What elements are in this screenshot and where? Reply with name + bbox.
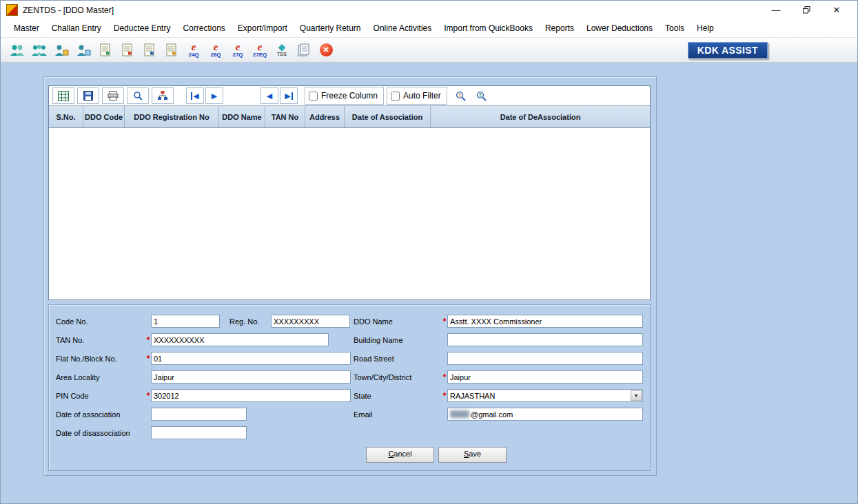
nav-prev-button[interactable]: ◀ xyxy=(261,87,278,104)
town-city-district-field[interactable] xyxy=(447,370,643,384)
form-doc-icon-1[interactable] xyxy=(96,40,115,61)
menu-item-online-activities[interactable]: Online Activities xyxy=(367,21,438,36)
form-doc-icon-3[interactable] xyxy=(140,40,159,61)
ddo-name-field[interactable] xyxy=(447,315,643,328)
auto-filter-checkbox[interactable]: Auto Filter xyxy=(387,87,447,105)
area-locality-field[interactable] xyxy=(151,370,351,384)
menu-item-import-quickbooks[interactable]: Import from QuickBooks xyxy=(438,21,539,36)
e-return-27q-icon[interactable]: e27Q xyxy=(228,40,247,61)
freeze-column-box[interactable] xyxy=(309,92,318,101)
main-toolbar: e24Q e26Q e27Q e27EQ ◆TDS ✕ KDK ASSIST xyxy=(1,37,857,63)
date-of-association-row: Date of association xyxy=(56,408,351,421)
tan-no-label: TAN No. xyxy=(56,336,145,344)
email-field[interactable]: @gmail.com xyxy=(447,408,643,421)
road-street-label: Road Street xyxy=(354,355,442,363)
header-date-of-deassociation[interactable]: Date of DeAssociation xyxy=(431,106,650,127)
menu-item-lower-deductions[interactable]: Lower Deductions xyxy=(580,21,659,36)
person-card-icon-1[interactable] xyxy=(52,40,71,61)
code-no-field[interactable] xyxy=(151,315,220,328)
pin-code-field[interactable] xyxy=(151,389,351,402)
exit-icon[interactable]: ✕ xyxy=(316,40,336,61)
form-doc-icon-4[interactable] xyxy=(162,40,181,61)
cancel-button[interactable]: Cancel xyxy=(366,447,434,463)
header-tan-no[interactable]: TAN No xyxy=(265,106,305,127)
header-address[interactable]: Address xyxy=(305,106,345,127)
close-button[interactable]: ✕ xyxy=(821,1,852,19)
menu-item-help[interactable]: Help xyxy=(691,21,720,36)
nav-last-button[interactable]: ▶ xyxy=(280,87,298,104)
restore-icon xyxy=(803,6,810,14)
ddo-name-required-marker: * xyxy=(442,317,447,326)
tan-no-field[interactable] xyxy=(151,333,329,346)
e-return-26q-icon[interactable]: e26Q xyxy=(206,40,225,61)
save-button[interactable]: Save xyxy=(438,447,507,463)
search-person-button-2[interactable] xyxy=(473,88,491,103)
e-return-27eq-icon[interactable]: e27EQ xyxy=(250,40,269,61)
date-of-association-label: Date of association xyxy=(56,410,145,419)
window-controls: — ✕ xyxy=(761,1,852,19)
tan-no-row: TAN No. * xyxy=(56,333,351,346)
menu-item-deductee-entry[interactable]: Deductee Entry xyxy=(108,21,177,36)
freeze-column-label: Freeze Column xyxy=(321,91,378,101)
print-button[interactable] xyxy=(102,87,124,104)
org-chart-icon xyxy=(158,91,167,101)
header-ddo-registration-no[interactable]: DDO Registration No xyxy=(125,106,219,127)
menu-item-export-import[interactable]: Export/Import xyxy=(232,21,294,36)
person-card-icon-2[interactable] xyxy=(74,40,93,61)
form-left-column: Code No. Reg. No. TAN No. * Flat No./Blo… xyxy=(56,315,351,445)
reg-no-field[interactable] xyxy=(271,315,350,328)
date-of-disassociation-field[interactable] xyxy=(151,426,247,439)
search-person-button-1[interactable] xyxy=(453,88,471,103)
form-doc-icon-2[interactable] xyxy=(118,40,137,61)
nav-next-button[interactable]: ▶ xyxy=(205,87,223,104)
grid-body[interactable] xyxy=(49,128,650,300)
flat-no-label: Flat No./Block No. xyxy=(56,355,145,363)
reg-no-label: Reg. No. xyxy=(229,317,265,326)
menu-item-challan-entry[interactable]: Challan Entry xyxy=(45,21,108,36)
content-area: ◀ ▶ ◀ ▶ Freeze Column Auto Filter xyxy=(1,63,857,503)
auto-filter-label: Auto Filter xyxy=(403,91,441,101)
people-pair-icon[interactable] xyxy=(8,40,27,61)
kdk-assist-button[interactable]: KDK ASSIST xyxy=(688,42,768,59)
code-no-row: Code No. Reg. No. xyxy=(56,315,351,328)
menu-item-quarterly-return[interactable]: Quarterly Return xyxy=(294,21,367,36)
export-excel-button[interactable] xyxy=(52,87,74,104)
date-of-association-field[interactable] xyxy=(151,408,247,421)
auto-filter-box[interactable] xyxy=(391,92,400,101)
header-date-of-association[interactable]: Date of Association xyxy=(345,106,431,127)
zoom-button[interactable] xyxy=(127,87,149,104)
header-ddo-code[interactable]: DDO Code xyxy=(83,106,125,127)
e-return-24q-icon[interactable]: e24Q xyxy=(184,40,203,61)
magnifier-icon xyxy=(133,91,143,101)
building-name-field[interactable] xyxy=(447,333,643,346)
pin-code-required-marker: * xyxy=(145,391,151,401)
header-sno[interactable]: S.No. xyxy=(49,106,83,127)
header-ddo-name[interactable]: DDO Name xyxy=(219,106,265,127)
code-no-label: Code No. xyxy=(56,317,145,326)
chevron-down-icon[interactable]: ▼ xyxy=(631,390,642,401)
building-name-label: Building Name xyxy=(354,336,442,344)
redacted-email-prefix xyxy=(450,410,469,418)
ddo-name-row: DDO Name * xyxy=(354,315,643,328)
menu-item-corrections[interactable]: Corrections xyxy=(176,21,231,36)
flat-no-field[interactable] xyxy=(151,352,351,365)
state-label: State xyxy=(354,392,442,400)
org-chart-button[interactable] xyxy=(152,87,174,104)
tds-certificate-icon[interactable]: ◆TDS xyxy=(272,40,292,61)
menu-item-master[interactable]: Master xyxy=(8,21,45,36)
save-icon xyxy=(83,91,93,101)
state-select[interactable]: RAJASTHAN ▼ xyxy=(447,389,643,402)
minimize-button[interactable]: — xyxy=(761,1,791,19)
excel-icon xyxy=(58,91,69,101)
road-street-field[interactable] xyxy=(447,352,643,365)
menu-item-tools[interactable]: Tools xyxy=(659,21,691,36)
nav-first-button[interactable]: ◀ xyxy=(186,87,204,104)
challan-form-icon[interactable] xyxy=(294,40,314,61)
email-row: Email @gmail.com xyxy=(354,408,643,421)
maximize-button[interactable] xyxy=(791,1,821,19)
menu-item-reports[interactable]: Reports xyxy=(539,21,580,36)
freeze-column-checkbox[interactable]: Freeze Column xyxy=(305,87,384,105)
person-search-icon xyxy=(476,91,488,101)
save-grid-button[interactable] xyxy=(77,87,99,104)
people-group-icon[interactable] xyxy=(30,40,49,61)
